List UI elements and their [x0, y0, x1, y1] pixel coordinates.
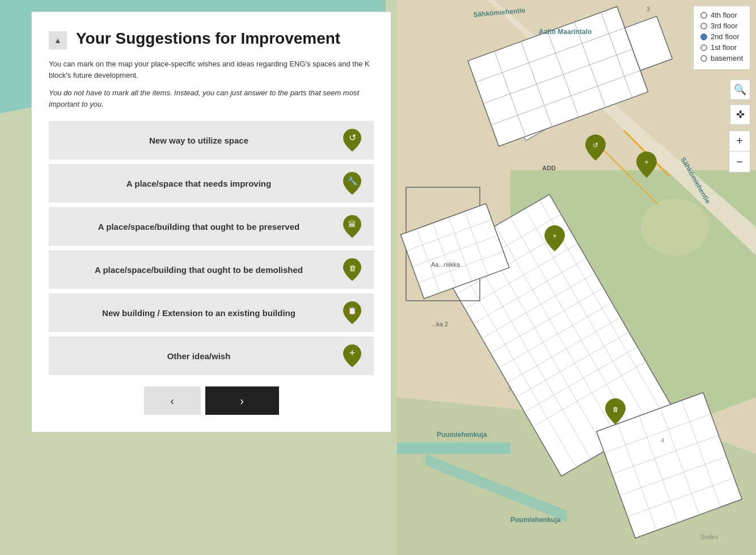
- suggestion-icon-other-idea: +: [340, 343, 365, 368]
- suggestion-icon-needs-improving: 🔧: [340, 171, 365, 196]
- svg-text:↺: ↺: [593, 141, 598, 149]
- svg-text:4: 4: [661, 437, 664, 444]
- search-button[interactable]: 🔍: [730, 79, 750, 100]
- suggestion-icon-new-way: ↺: [340, 128, 365, 153]
- next-button[interactable]: ›: [205, 386, 279, 415]
- floor-radio-3rd: [700, 23, 707, 30]
- location-button[interactable]: ✜: [730, 104, 750, 125]
- floor-label-1st: 1st floor: [711, 43, 737, 52]
- floor-selector: 4th floor 3rd floor 2nd floor 1st floor …: [693, 6, 750, 70]
- svg-text:Sodex: Sodex: [700, 533, 719, 540]
- suggestion-label-new-way: New way to utilize space: [58, 136, 340, 145]
- floor-option-4th[interactable]: 4th floor: [700, 11, 743, 19]
- suggestion-new-way[interactable]: New way to utilize space ↺: [49, 121, 374, 159]
- svg-text:🗑: 🗑: [349, 264, 356, 272]
- floor-label-4th: 4th floor: [711, 11, 737, 19]
- panel-header: ▲ Your Suggestions for Improvement: [49, 29, 374, 49]
- floor-option-3rd[interactable]: 3rd floor: [700, 22, 743, 30]
- svg-point-2: [641, 199, 709, 255]
- map-controls: 🔍 ✜: [730, 79, 750, 125]
- floor-radio-basement: [700, 55, 707, 62]
- suggestion-preserved[interactable]: A place/space/building that ought to be …: [49, 207, 374, 246]
- svg-text:Puumiehenkuja: Puumiehenkuja: [510, 516, 561, 524]
- collapse-button[interactable]: ▲: [49, 31, 67, 49]
- panel-note: You do not have to mark all the items. I…: [49, 87, 374, 110]
- suggestion-needs-improving[interactable]: A place/space that needs improving 🔧: [49, 164, 374, 203]
- floor-option-1st[interactable]: 1st floor: [700, 43, 743, 52]
- zoom-controls: + −: [729, 131, 750, 173]
- floor-radio-1st: [700, 44, 707, 51]
- suggestion-label-needs-improving: A place/space that needs improving: [58, 179, 340, 188]
- suggestion-icon-new-building: 📋: [340, 300, 365, 325]
- suggestion-label-preserved: A place/space/building that ought to be …: [58, 222, 340, 232]
- suggestions-panel: ▲ Your Suggestions for Improvement You c…: [31, 11, 391, 432]
- svg-text:+: +: [552, 232, 556, 240]
- svg-text:3: 3: [647, 6, 650, 12]
- suggestion-demolished[interactable]: A place/space/building that ought to be …: [49, 250, 374, 289]
- svg-text:🔧: 🔧: [348, 176, 358, 186]
- suggestion-label-demolished: A place/space/building that ought to be …: [58, 265, 340, 275]
- navigation-buttons: ‹ ›: [49, 386, 374, 415]
- svg-text:🏛: 🏛: [348, 220, 356, 229]
- svg-text:...ka 2: ...ka 2: [431, 321, 448, 327]
- svg-text:+: +: [349, 347, 356, 359]
- panel-description: You can mark on the map your place-speci…: [49, 58, 374, 81]
- floor-label-3rd: 3rd floor: [711, 22, 738, 30]
- panel-title: Your Suggestions for Improvement: [76, 29, 340, 48]
- svg-text:🗑: 🗑: [613, 406, 619, 413]
- suggestion-new-building[interactable]: New building / Extension to an existing …: [49, 293, 374, 332]
- floor-radio-2nd: [700, 33, 707, 40]
- svg-text:ADD: ADD: [542, 165, 556, 171]
- floor-option-basement[interactable]: basement: [700, 54, 743, 62]
- svg-text:↺: ↺: [349, 133, 356, 142]
- suggestion-icon-demolished: 🗑: [340, 257, 365, 282]
- floor-option-2nd[interactable]: 2nd floor: [700, 32, 743, 41]
- floor-radio-4th: [700, 12, 707, 19]
- prev-button[interactable]: ‹: [144, 386, 201, 415]
- svg-text:Aa...niikka: Aa...niikka: [431, 261, 461, 268]
- svg-text:📋: 📋: [348, 306, 357, 316]
- svg-text:Aalto Maarintalo: Aalto Maarintalo: [539, 28, 592, 36]
- suggestion-label-other-idea: Other idea/wish: [58, 351, 340, 361]
- floor-label-2nd: 2nd floor: [711, 32, 740, 41]
- svg-text:3: 3: [508, 386, 511, 393]
- floor-label-basement: basement: [711, 54, 743, 62]
- suggestion-icon-preserved: 🏛: [340, 214, 365, 239]
- zoom-in-button[interactable]: +: [729, 131, 750, 152]
- zoom-out-button[interactable]: −: [729, 152, 750, 172]
- svg-text:Puumiehenkuja: Puumiehenkuja: [437, 431, 487, 439]
- suggestion-label-new-building: New building / Extension to an existing …: [58, 308, 340, 318]
- svg-text:+: +: [644, 158, 648, 166]
- suggestion-other-idea[interactable]: Other idea/wish +: [49, 337, 374, 375]
